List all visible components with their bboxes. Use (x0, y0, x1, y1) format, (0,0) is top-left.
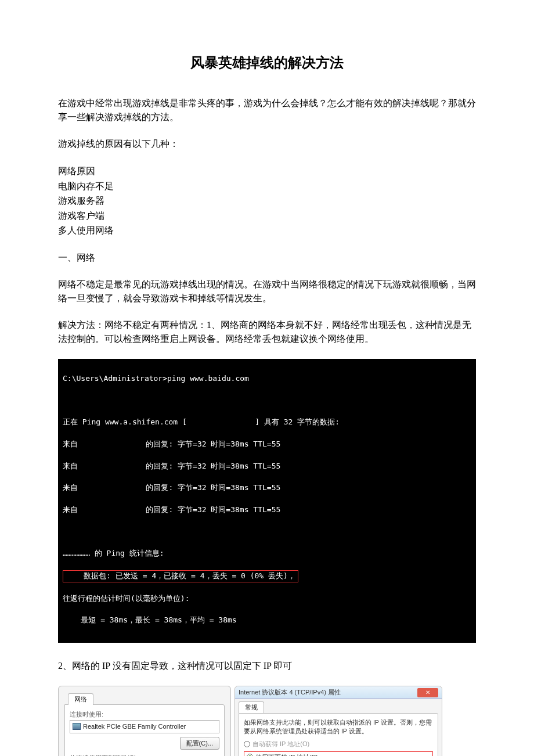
intro-paragraph: 在游戏中经常出现游戏掉线是非常头疼的事，游戏为什么会掉线？怎么才能有效的解决掉线… (58, 96, 476, 124)
radio-icon[interactable] (247, 754, 253, 756)
cmd-terminal: C:\Users\Administrator>ping www.baidu.co… (58, 359, 476, 643)
cmd-highlight: 数据包: 已发送 = 4，已接收 = 4，丢失 = 0 (0% 丢失)， (63, 570, 298, 582)
items-label: 此连接使用下列项目(O): (70, 753, 219, 756)
reason-item: 游戏客户端 (58, 208, 476, 224)
dialog-description: 如果网络支持此功能，则可以获取自动指派的 IP 设置。否则，您需要从网络系统管理… (244, 718, 433, 737)
cmd-stats-header: ……………… 的 Ping 统计信息: (63, 548, 471, 559)
ipv4-properties-dialog: Internet 协议版本 4 (TCP/IPv4) 属性 ✕ 常规 如果网络支… (234, 686, 442, 756)
reason-item: 游戏服务器 (58, 193, 476, 208)
cmd-prompt: C:\Users\Administrator>ping www.baidu.co… (63, 373, 471, 384)
section-1-p3: 2、网络的 IP 没有固定导致，这种情况可以固定下 IP 即可 (58, 659, 476, 673)
radio-auto-ip[interactable]: 自动获得 IP 地址(O) (244, 739, 433, 749)
network-properties-dialog: 网络 连接时使用: Realtek PCIe GBE Family Contro… (58, 686, 231, 756)
dialog-title: Internet 协议版本 4 (TCP/IPv4) 属性 (239, 687, 341, 697)
reason-item: 电脑内存不足 (58, 179, 476, 194)
cmd-rtt: 往返行程的估计时间(以毫秒为单位): (63, 593, 471, 604)
reasons-list: 网络原因 电脑内存不足 游戏服务器 游戏客户端 多人使用网络 (58, 164, 476, 238)
reasons-label: 游戏掉线的原因有以下几种： (58, 137, 476, 151)
nic-icon (73, 723, 81, 730)
cmd-rtt: 最短 = 38ms，最长 = 38ms，平均 = 38ms (63, 615, 471, 626)
page-title: 风暴英雄掉线的解决方法 (58, 52, 476, 73)
section-1-heading: 一、网络 (58, 251, 476, 265)
cmd-output: 来自 的回复: 字节=32 时间=38ms TTL=55 (63, 505, 471, 516)
adapter-name: Realtek PCIe GBE Family Controller (83, 722, 186, 732)
radio-use-ip-highlighted[interactable]: 使用下面的 IP 地址(S): (244, 751, 433, 756)
section-1-p1: 网络不稳定是最常见的玩游戏掉线出现的情况。在游戏中当网络很稳定的情况下玩游戏就很… (58, 278, 476, 305)
reason-item: 多人使用网络 (58, 223, 476, 238)
reason-item: 网络原因 (58, 164, 476, 179)
radio-icon[interactable] (244, 741, 250, 747)
connect-using-label: 连接时使用: (70, 710, 219, 719)
cmd-output: 来自 的回复: 字节=32 时间=38ms TTL=55 (63, 461, 471, 472)
section-1-p2: 解决方法：网络不稳定有两种情况：1、网络商的网络本身就不好，网络经常出现丢包，这… (58, 318, 476, 346)
adapter-field: Realtek PCIe GBE Family Controller (70, 720, 219, 733)
close-button[interactable]: ✕ (417, 688, 438, 697)
tab-general[interactable]: 常规 (239, 701, 264, 713)
cmd-output: 来自 的回复: 字节=32 时间=38ms TTL=55 (63, 483, 471, 494)
cmd-output: 正在 Ping www.a.shifen.com [ ] 具有 32 字节的数据… (63, 417, 471, 428)
tab-network[interactable]: 网络 (68, 693, 93, 705)
cmd-output: 来自 的回复: 字节=32 时间=38ms TTL=55 (63, 439, 471, 450)
configure-button[interactable]: 配置(C)... (180, 737, 219, 750)
